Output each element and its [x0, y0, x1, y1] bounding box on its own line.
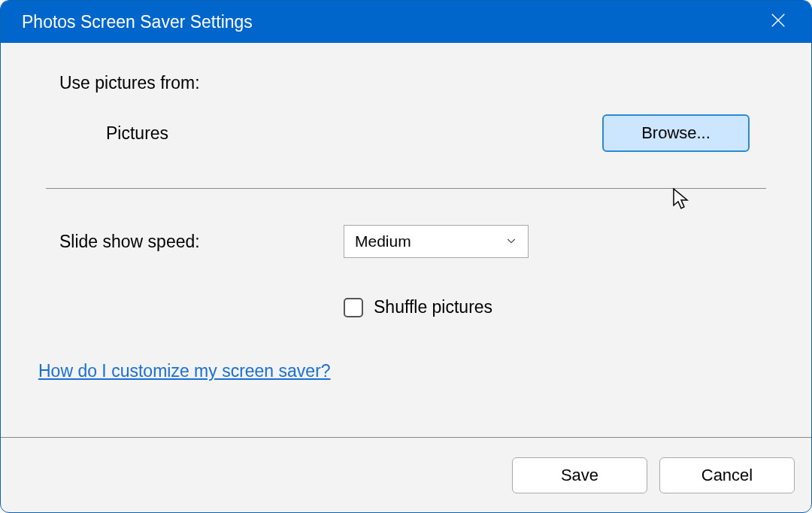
pictures-folder-value: Pictures: [106, 123, 168, 144]
close-icon: [770, 12, 786, 32]
divider: [46, 188, 766, 189]
speed-dropdown[interactable]: Medium: [344, 225, 529, 258]
cursor-icon: [671, 187, 692, 214]
pictures-row: Pictures Browse...: [106, 114, 750, 152]
dialog-window: Photos Screen Saver Settings Use picture…: [0, 0, 812, 513]
browse-button[interactable]: Browse...: [602, 114, 750, 152]
speed-row: Slide show speed: Medium: [59, 225, 766, 258]
save-button[interactable]: Save: [512, 457, 647, 493]
close-button[interactable]: [763, 7, 793, 37]
footer: Save Cancel: [1, 437, 811, 512]
speed-label: Slide show speed:: [59, 232, 344, 252]
shuffle-checkbox[interactable]: [344, 298, 363, 317]
shuffle-label: Shuffle pictures: [374, 297, 492, 317]
help-link[interactable]: How do I customize my screen saver?: [38, 361, 766, 381]
content-area: Use pictures from: Pictures Browse... Sl…: [1, 43, 811, 437]
use-pictures-label: Use pictures from:: [59, 73, 766, 93]
speed-value: Medium: [355, 232, 411, 250]
dialog-title: Photos Screen Saver Settings: [22, 12, 253, 32]
cancel-button[interactable]: Cancel: [659, 457, 795, 493]
titlebar: Photos Screen Saver Settings: [1, 1, 811, 43]
chevron-down-icon: [505, 232, 517, 250]
shuffle-row: Shuffle pictures: [344, 297, 766, 317]
